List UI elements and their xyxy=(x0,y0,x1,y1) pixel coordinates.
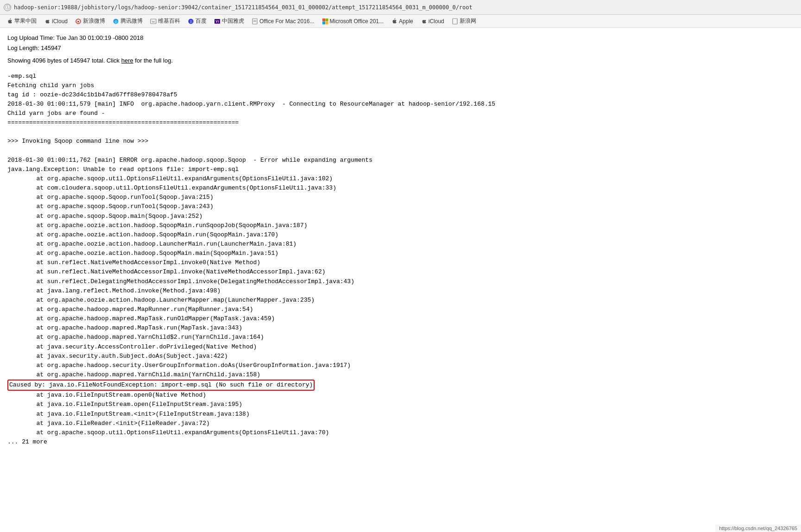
bookmark-apple2[interactable]: Apple xyxy=(388,17,416,25)
bookmark-label: iCloud xyxy=(429,18,444,25)
bookmark-label: 腾讯微博 xyxy=(120,17,143,25)
svg-rect-13 xyxy=(325,19,328,21)
bookmark-label: iCloud xyxy=(52,18,68,25)
log-length: Log Length: 145947 xyxy=(7,44,794,53)
bookmark-yahoo-cn[interactable]: Y! 中国雅虎 xyxy=(211,16,247,26)
bookmark-label: 百度 xyxy=(196,17,207,25)
yahoo-icon: Y! xyxy=(214,18,221,25)
bookmarks-bar: 苹果中国 iCloud 新浪微博 企 腾讯微博 W 维基百科 百 百度 xyxy=(0,15,801,28)
apple-icon xyxy=(6,18,13,25)
browser-address-bar: ⓘ hadoop-senior:19888/jobhistory/logs/ha… xyxy=(0,0,801,15)
tencent-icon: 企 xyxy=(113,18,119,25)
bookmark-label: 中国雅虎 xyxy=(222,17,244,25)
doc-icon-2 xyxy=(452,18,458,25)
apple-icon-2 xyxy=(44,18,50,25)
log-showing-info: Showing 4096 bytes of 145947 total. Clic… xyxy=(7,56,794,65)
log-metadata: Log Upload Time: Tue Jan 30 01:00:19 -08… xyxy=(7,33,794,52)
bookmark-label: 维基百科 xyxy=(158,17,180,25)
bookmark-label: 新浪微博 xyxy=(83,17,105,25)
svg-rect-15 xyxy=(325,21,328,24)
status-url: https://blog.csdn.net/qq_24326765 xyxy=(719,526,797,531)
apple-icon-4 xyxy=(421,18,427,25)
wiki-icon: W xyxy=(150,18,157,25)
svg-rect-12 xyxy=(322,19,325,21)
log-full-link[interactable]: here xyxy=(121,57,133,64)
info-icon: ⓘ xyxy=(4,4,11,11)
highlight-line: Caused by: java.io.FileNotFoundException… xyxy=(7,380,315,391)
svg-rect-16 xyxy=(453,19,457,24)
bookmark-label: 新浪网 xyxy=(460,17,476,25)
bookmark-apple-china[interactable]: 苹果中国 xyxy=(4,16,39,26)
svg-text:Y!: Y! xyxy=(215,19,219,23)
weibo-icon xyxy=(75,18,82,25)
svg-text:W: W xyxy=(152,19,155,23)
bookmark-baidu[interactable]: 百 百度 xyxy=(185,16,209,26)
baidu-icon: 百 xyxy=(188,18,194,25)
doc-icon xyxy=(252,18,258,25)
browser-url: hadoop-senior:19888/jobhistory/logs/hado… xyxy=(14,4,473,11)
bookmark-tencent-weibo[interactable]: 企 腾讯微博 xyxy=(110,16,145,26)
bookmark-xinlang[interactable]: 新浪网 xyxy=(449,16,479,26)
log-body: -emp.sql Fetching child yarn jobs tag id… xyxy=(7,72,794,447)
ms-icon xyxy=(322,18,328,25)
bookmark-label: 苹果中国 xyxy=(14,17,37,25)
bookmark-sina-weibo[interactable]: 新浪微博 xyxy=(72,16,108,26)
svg-rect-14 xyxy=(322,21,325,24)
bookmark-label: Apple xyxy=(399,18,413,25)
bookmark-label: Microsoft Office 201... xyxy=(330,18,384,25)
bookmark-office-mac[interactable]: Office For Mac 2016... xyxy=(249,17,317,25)
apple-icon-3 xyxy=(391,18,397,25)
log-showing-prefix: Showing 4096 bytes of 145947 total. Clic… xyxy=(7,57,121,64)
bookmark-label: Office For Mac 2016... xyxy=(259,18,315,25)
bookmark-wikipedia[interactable]: W 维基百科 xyxy=(147,16,183,26)
bookmark-icloud1[interactable]: iCloud xyxy=(41,17,70,25)
bookmark-ms-office[interactable]: Microsoft Office 201... xyxy=(319,17,387,25)
log-showing-suffix: for the full log. xyxy=(133,57,173,64)
svg-text:百: 百 xyxy=(189,20,193,23)
status-bar: https://blog.csdn.net/qq_24326765 xyxy=(715,525,801,532)
log-upload-time: Log Upload Time: Tue Jan 30 01:00:19 -08… xyxy=(7,33,794,43)
svg-text:企: 企 xyxy=(114,20,118,23)
bookmark-icloud2[interactable]: iCloud xyxy=(418,17,447,25)
main-content: Log Upload Time: Tue Jan 30 01:00:19 -08… xyxy=(0,28,801,452)
